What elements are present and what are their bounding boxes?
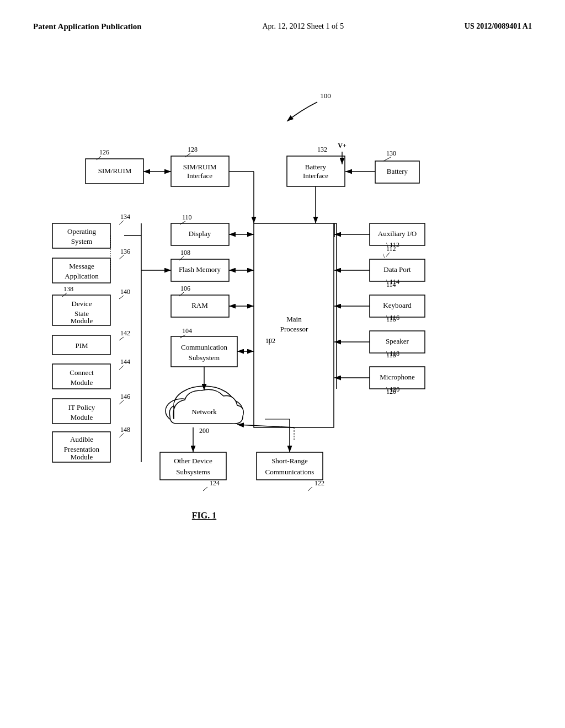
svg-line-50 xyxy=(203,487,207,491)
data-port-label: Data Port xyxy=(383,265,411,274)
svg-line-27 xyxy=(119,366,124,370)
battery-label: Battery xyxy=(387,167,408,175)
ref-148: 148 xyxy=(120,426,130,433)
svg-line-6 xyxy=(185,153,190,157)
main-processor-label: Main xyxy=(286,315,302,323)
header-center: Apr. 12, 2012 Sheet 1 of 5 xyxy=(262,22,344,31)
ref-138: 138 xyxy=(63,285,73,293)
speaker-label: Speaker xyxy=(386,337,409,345)
network-label: Network xyxy=(191,408,217,416)
ref-122: 122 xyxy=(315,479,324,487)
svg-line-14 xyxy=(180,221,185,224)
ref-200: 200 xyxy=(199,427,209,435)
ref-114-tick: \ 114 xyxy=(386,278,399,286)
other-device-label: Other Device xyxy=(174,457,212,465)
microphone-label: Microphone xyxy=(380,373,415,381)
display-label: Display xyxy=(189,229,211,238)
os-label: Operating xyxy=(67,227,96,235)
ref-136: 136 xyxy=(120,248,130,255)
connect-module-label: Connect xyxy=(70,368,94,377)
sim-ruim-label: SIM/RUIM xyxy=(98,167,132,175)
ram-label: RAM xyxy=(191,301,208,309)
short-range-label: Short-Range xyxy=(271,457,308,465)
it-policy-label2: Module xyxy=(71,413,93,421)
ref-102: 102 xyxy=(265,337,275,345)
message-app-label2: Application xyxy=(65,272,99,280)
battery-interface-label2: Interface xyxy=(303,172,328,180)
ref-106: 106 xyxy=(180,285,190,292)
connect-module-label2: Module xyxy=(71,378,93,387)
audible-module-label3: Module xyxy=(71,453,93,461)
ref-128: 128 xyxy=(188,146,198,153)
ref-124: 124 xyxy=(210,479,220,487)
vplus-label: V+ xyxy=(338,142,347,149)
battery-interface-label: Battery xyxy=(305,163,327,171)
main-processor-label2: Processor xyxy=(280,325,308,333)
comm-subsystem-box xyxy=(171,336,237,367)
svg-line-8 xyxy=(383,157,391,161)
pim-label: PIM xyxy=(75,341,88,350)
sim-ruim-interface-label2: Interface xyxy=(187,172,212,180)
diagram-area: 100 V+ SIM/RUIM 126 SIM/RUIM Interface 1… xyxy=(0,66,565,673)
ref-116-tick: \ 116 xyxy=(386,314,399,322)
ref-126: 126 xyxy=(99,148,109,156)
ref-132: 132 xyxy=(317,146,327,153)
ref-142: 142 xyxy=(120,329,130,337)
fig-label: FIG. 1 xyxy=(192,511,216,520)
ref-112b: \ xyxy=(383,252,385,260)
svg-line-25 xyxy=(119,296,124,299)
ref-146: 146 xyxy=(120,393,130,400)
ref-140: 140 xyxy=(120,288,130,296)
short-range-label2: Communications xyxy=(265,468,315,476)
ref-108: 108 xyxy=(180,249,190,256)
comm-subsystem-label: Communication xyxy=(181,343,227,351)
svg-line-51 xyxy=(308,487,312,491)
ref-134: 134 xyxy=(120,213,130,221)
ref-118-tick: \ 118 xyxy=(386,350,399,357)
ref-110: 110 xyxy=(182,213,192,221)
it-policy-label: IT Policy xyxy=(68,403,95,411)
audible-module-label2: Presentation xyxy=(64,445,100,453)
sim-ruim-interface-label: SIM/RUIM xyxy=(183,163,217,171)
svg-line-5 xyxy=(97,156,101,160)
ref-104: 104 xyxy=(182,327,192,335)
svg-line-29 xyxy=(119,433,124,437)
svg-line-26 xyxy=(119,337,124,340)
keyboard-label: Keyboard xyxy=(383,301,412,309)
svg-line-28 xyxy=(119,400,124,404)
audible-module-label: Audible xyxy=(70,435,93,443)
ref-130: 130 xyxy=(386,149,396,157)
svg-line-23 xyxy=(119,255,124,259)
device-state-label: Device xyxy=(72,299,92,308)
page-header: Patent Application Publication Apr. 12, … xyxy=(0,0,565,31)
ref-144: 144 xyxy=(120,358,130,366)
device-state-label3: Module xyxy=(71,317,93,325)
svg-line-16 xyxy=(179,256,184,260)
svg-line-34 xyxy=(386,253,390,256)
os-label2: System xyxy=(71,237,92,245)
ref-112-tick: \ 112 xyxy=(386,241,399,249)
svg-line-18 xyxy=(179,292,184,296)
comm-subsystem-label2: Subsystem xyxy=(189,354,220,362)
ref-120-tick: \ 120 xyxy=(386,386,399,393)
flash-memory-label: Flash Memory xyxy=(179,265,221,274)
ref-100: 100 xyxy=(320,92,331,100)
message-app-label: Message xyxy=(69,262,94,270)
svg-line-22 xyxy=(119,221,124,224)
other-device-label2: Subsystems xyxy=(176,468,210,476)
auxiliary-io-label: Auxiliary I/O xyxy=(378,229,417,238)
header-right: US 2012/0089401 A1 xyxy=(465,22,532,31)
header-left: Patent Application Publication xyxy=(33,22,142,31)
